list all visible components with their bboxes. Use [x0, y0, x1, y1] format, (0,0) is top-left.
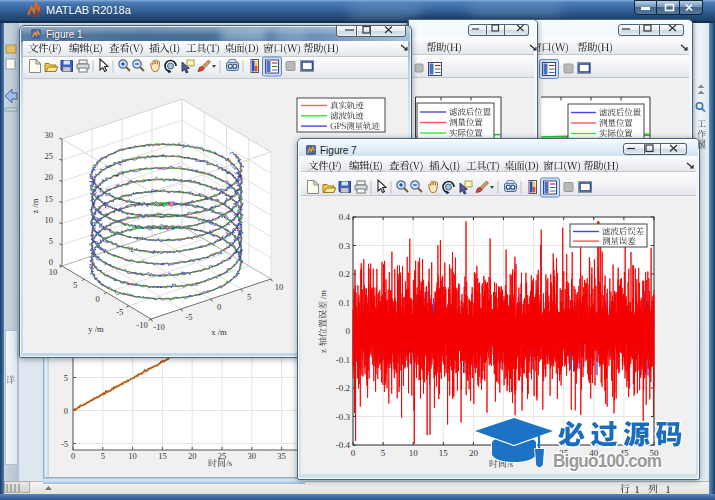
svg-text:1: 1 [666, 484, 671, 495]
svg-text:1: 1 [635, 484, 640, 495]
